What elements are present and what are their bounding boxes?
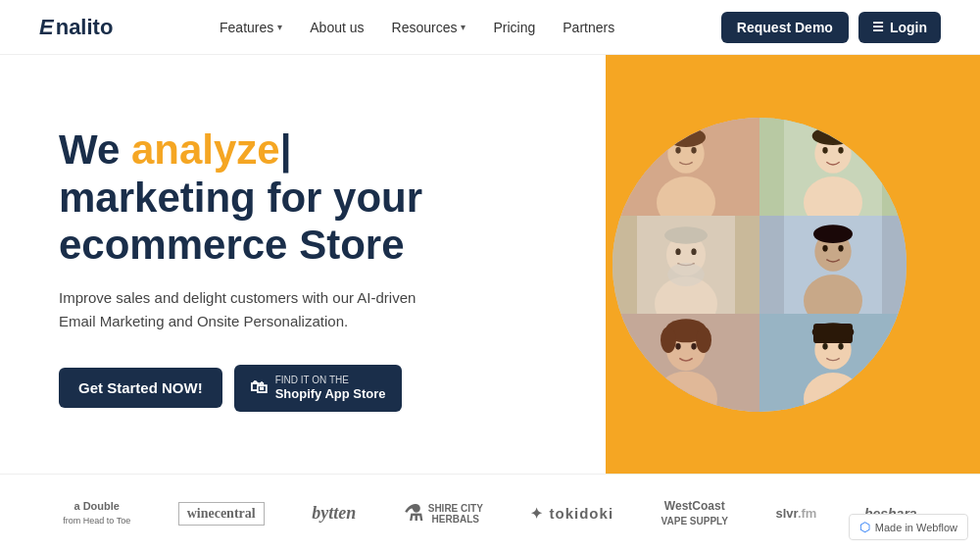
logo-bytten: bytten [312,503,356,524]
logo[interactable]: E nalito [39,15,113,40]
logo-shire-city: ⚗ SHIRE CITYHERBALS [404,501,483,527]
svg-point-29 [691,343,696,350]
svg-point-31 [661,326,676,353]
face-4 [760,216,906,314]
face-5 [612,314,760,412]
nav-item-resources[interactable]: Resources ▾ [392,20,466,35]
face-2 [760,118,906,216]
login-button[interactable]: ☰ Login [858,12,941,43]
svg-point-10 [838,147,843,154]
nav-links: Features ▾ About us Resources ▾ Pricing … [220,20,614,35]
svg-point-3 [675,147,680,154]
logo-tokidoki: ✦ tokidoki [530,505,613,523]
svg-point-16 [691,248,696,255]
svg-point-37 [838,343,843,350]
nav-actions: Request Demo ☰ Login [721,12,941,43]
hero-right [539,55,980,474]
nav-item-partners[interactable]: Partners [563,20,614,35]
chevron-down-icon: ▾ [461,22,466,32]
svg-point-24 [813,225,853,243]
svg-point-15 [675,248,680,255]
logo-e: E [39,15,52,40]
logo-text: nalito [56,15,114,40]
face-6 [760,314,906,412]
svg-point-4 [691,147,696,154]
shopify-button-text: FIND IT ON THE Shopify App Store [275,375,386,402]
svg-point-36 [822,343,827,350]
svg-point-17 [664,226,708,243]
svg-point-18 [667,263,704,286]
hero-separator: | [280,126,292,173]
logo-westcoast: WestCoastVAPE SUPPLY [662,499,728,527]
nav-item-pricing[interactable]: Pricing [493,20,535,35]
logo-winecentral: winecentral [178,502,265,526]
hero-subtitle: Improve sales and delight customers with… [59,286,431,333]
svg-point-5 [666,127,706,147]
nav-item-about[interactable]: About us [310,20,364,35]
svg-point-22 [822,245,827,252]
hero-title: We analyze| marketing for your ecommerce… [59,126,500,269]
get-started-button[interactable]: Get Started NOW! [59,368,222,408]
chevron-down-icon: ▾ [277,22,282,32]
webflow-badge: ⬡ Made in Webflow [849,514,968,540]
svg-point-9 [822,147,827,154]
request-demo-button[interactable]: Request Demo [721,12,849,43]
hero-highlight-word: analyze [131,126,280,173]
hero-left: We analyze| marketing for your ecommerce… [0,55,539,474]
svg-point-28 [675,343,680,350]
nav-item-features[interactable]: Features ▾ [220,20,282,35]
face-1 [612,118,760,216]
face-collage [612,118,906,412]
logo-adouble: a Doublefrom Head to Toe [63,500,130,526]
shopify-icon: 🛍 [250,377,268,398]
webflow-icon: ⬡ [859,520,870,534]
svg-point-39 [812,323,855,341]
navbar: E nalito Features ▾ About us Resources ▾… [0,0,980,55]
face-3 [612,216,760,314]
hero-buttons: Get Started NOW! 🛍 FIND IT ON THE Shopif… [59,365,500,412]
svg-point-11 [812,126,855,145]
svg-point-32 [696,326,711,353]
shopify-app-store-button[interactable]: 🛍 FIND IT ON THE Shopify App Store [234,365,402,412]
svg-point-23 [838,245,843,252]
logo-slvrfm: slvr.fm [775,506,816,521]
login-icon: ☰ [872,20,884,34]
main-content: We analyze| marketing for your ecommerce… [0,55,980,474]
logos-bar: a Doublefrom Head to Toe winecentral byt… [0,474,980,552]
